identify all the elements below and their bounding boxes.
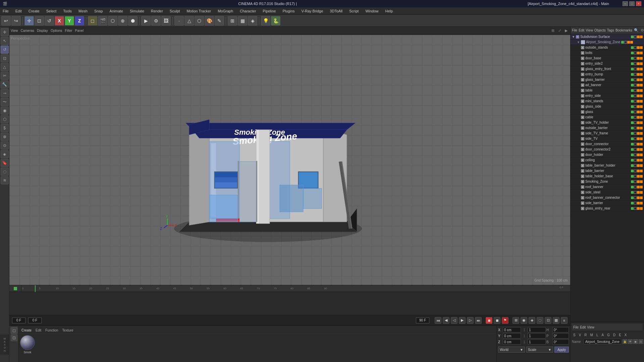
sidebar-poly[interactable]: △ (1, 63, 9, 71)
om-item-door-connector[interactable]: ▲ door_connector (571, 141, 644, 147)
python-tool[interactable]: 🐍 (271, 16, 280, 25)
world-dropdown[interactable]: World ▼ (498, 347, 525, 353)
mat-tab-create[interactable]: Create (20, 328, 33, 332)
om-item-bolts[interactable]: ▲ bolts (571, 50, 644, 56)
z-scale-value[interactable]: 1 (528, 339, 546, 345)
om-item-table[interactable]: ▲ table (571, 88, 644, 93)
y-axis[interactable]: Y (65, 16, 74, 25)
p-rot-value[interactable]: 0° (552, 333, 569, 339)
object-mode[interactable]: ◻ (88, 16, 97, 25)
om-item-door-base[interactable]: ▲ door_base (571, 56, 644, 61)
h-rot-value[interactable]: 0° (552, 327, 569, 333)
om-item-glass-side[interactable]: ▲ glass_side (571, 104, 644, 109)
viewport-render-icon[interactable]: ▶ (564, 28, 569, 34)
vp-tab-display[interactable]: Display (37, 29, 48, 33)
om-item-ad-banner[interactable]: ▲ ad_banner (571, 82, 644, 88)
edges-mode[interactable]: △ (184, 16, 194, 25)
move-tool[interactable]: ✛ (24, 16, 34, 25)
move-mode[interactable]: ⊕ (118, 16, 127, 25)
om-edit[interactable]: Edit (579, 28, 584, 32)
om-settings-icon[interactable]: ⚙ (640, 28, 644, 33)
prop-name-input[interactable]: Airport_Smoking_Zone (584, 339, 621, 344)
goto-end-button[interactable]: ⏭ (475, 317, 482, 324)
sidebar-character[interactable]: ⊗ (1, 133, 9, 141)
props-tab-r[interactable]: R (583, 333, 588, 338)
prop-icon-2[interactable]: 👁 (628, 339, 633, 344)
om-item-door-holder[interactable]: ▲ door_holder (571, 152, 644, 158)
prop-icon-3[interactable]: ◉ (633, 339, 638, 344)
redo-button[interactable]: ↪ (11, 16, 21, 25)
sidebar-scale[interactable]: ⊡ (1, 54, 9, 62)
vp-tab-cameras[interactable]: Cameras (21, 29, 35, 33)
close-button[interactable]: ✕ (636, 1, 641, 6)
mat-tab-edit[interactable]: Edit (34, 328, 43, 332)
vp-tab-filter[interactable]: Filter (65, 29, 72, 33)
props-view[interactable]: View (587, 325, 594, 329)
undo-button[interactable]: ↩ (1, 16, 11, 25)
play-button[interactable]: ▶ (459, 317, 466, 324)
brush-mode[interactable]: ✎ (215, 16, 224, 25)
sidebar-generator[interactable]: ◉ (1, 107, 9, 115)
menu-mesh[interactable]: Mesh (77, 8, 89, 14)
menu-plugins[interactable]: Plugins (281, 8, 296, 14)
timeline-settings-1[interactable]: ⊞ (513, 317, 519, 324)
om-bookmarks[interactable]: Bookmarks (615, 28, 632, 32)
next-frame-button[interactable]: ▷ (467, 317, 474, 324)
om-item-side-barrier[interactable]: ▲ side_barrier (571, 200, 644, 206)
om-item-table-holder-base[interactable]: ▲ table_holder_base (571, 174, 644, 179)
om-item-outside-stands[interactable]: ▲ outside_stands (571, 45, 644, 50)
om-item-entry-side2[interactable]: ▲ entry_side2 (571, 61, 644, 66)
om-item-glass-entry-rear[interactable]: ▲ glass_entry_rear (571, 206, 644, 211)
om-search-icon[interactable]: 🔍 (634, 28, 639, 33)
timeline-ruler[interactable]: 0 5 10 15 20 25 30 35 40 45 50 55 60 65 (9, 285, 570, 292)
sidebar-hair[interactable]: ≋ (1, 176, 9, 184)
menu-file[interactable]: File (1, 8, 10, 14)
viewport-layout-icon[interactable]: ⊞ (550, 28, 555, 34)
sidebar-spline[interactable]: 〜 (1, 98, 9, 106)
render-to-picture[interactable]: 🖼 (161, 16, 171, 25)
workplane[interactable]: ◈ (248, 16, 257, 25)
sidebar-knife[interactable]: ✂ (1, 72, 9, 80)
props-tab-a[interactable]: A (600, 333, 605, 338)
timeline-settings-4[interactable]: ◌ (537, 317, 543, 324)
minimize-button[interactable]: ─ (623, 1, 628, 6)
om-item-table-barrier-holder[interactable]: ▲ table_barrier_holder (571, 163, 644, 168)
x-pos-value[interactable]: 0 cm (503, 327, 521, 333)
texture-mode[interactable]: 🎨 (205, 16, 214, 25)
x-scale-value[interactable]: 1 (528, 327, 546, 333)
prev-frame-button[interactable]: ◀ (443, 317, 449, 324)
timeline-track-area[interactable] (9, 292, 570, 315)
prop-icon-4[interactable]: ⊡ (639, 339, 643, 344)
prop-icon-1[interactable]: 🔒 (623, 339, 627, 344)
om-item-glass-barrier[interactable]: ▲ glass_barrier (571, 77, 644, 82)
goto-start-button[interactable]: ⏮ (435, 317, 441, 324)
om-item-roof-banner-connector[interactable]: ▲ roof_banner_connector (571, 195, 644, 200)
sidebar-constraint[interactable]: ◈ (1, 150, 9, 158)
menu-help[interactable]: Help (384, 8, 394, 14)
menu-motion-tracker[interactable]: Motion Tracker (185, 8, 212, 14)
om-item-side-steel[interactable]: ▲ side_steel (571, 190, 644, 195)
scale-tool[interactable]: ⊡ (35, 16, 44, 25)
om-item-cable[interactable]: ▲ cable (571, 115, 644, 120)
material-sphere[interactable] (20, 335, 35, 350)
om-tags[interactable]: Tags (607, 28, 614, 32)
menu-pipeline[interactable]: Pipeline (261, 8, 277, 14)
menu-render[interactable]: Render (150, 8, 164, 14)
props-tab-e[interactable]: E (618, 333, 623, 338)
sidebar-sym[interactable]: ⊸ (1, 89, 9, 97)
apply-button[interactable]: Apply (554, 347, 569, 353)
om-item-outside-barrier[interactable]: ▲ outside_barrier (571, 125, 644, 131)
om-item-smoking-zone[interactable]: ▲ Smoking_Zone (571, 179, 644, 184)
viewport[interactable]: Perspective (9, 35, 570, 285)
timeline-settings-7[interactable]: ≡ (561, 317, 568, 324)
x-axis[interactable]: X (55, 16, 64, 25)
y-scale-value[interactable]: 1 (528, 333, 546, 339)
menu-3dto[interactable]: 3DToAll (328, 8, 344, 14)
menu-animate[interactable]: Animate (108, 8, 124, 14)
om-view[interactable]: View (586, 28, 593, 32)
sidebar-magnet[interactable]: 🔧 (1, 80, 9, 88)
mat-sidebar-icon-2[interactable]: ⊡ (11, 335, 17, 341)
menu-snap[interactable]: Snap (93, 8, 104, 14)
om-group-airport[interactable]: ▼ L Airport_Smoking_Zone (571, 40, 644, 45)
snap-toggle[interactable]: ⊞ (228, 16, 237, 25)
